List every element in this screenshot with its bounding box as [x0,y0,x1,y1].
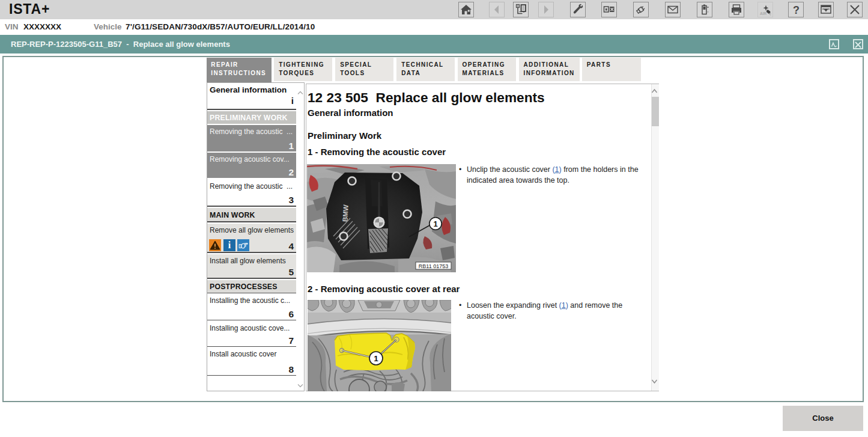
svg-text:AIR: AIR [760,11,767,16]
svg-text:RB11 01753: RB11 01753 [419,263,448,269]
svg-text:1: 1 [374,354,378,363]
svg-text:?: ? [793,4,800,16]
svg-text:BMW: BMW [341,204,349,222]
svg-text:1: 1 [433,219,437,228]
